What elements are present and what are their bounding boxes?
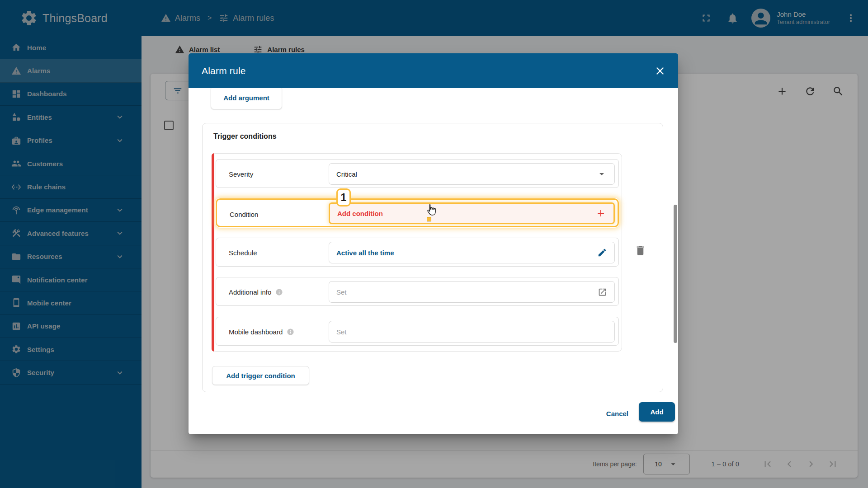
cursor-click-marker <box>427 217 431 221</box>
schedule-value: Active all the time <box>336 249 394 257</box>
add-button[interactable]: Add <box>639 402 675 422</box>
dialog-scrollbar[interactable] <box>674 205 677 343</box>
schedule-field[interactable]: Active all the time <box>329 242 615 263</box>
add-argument-button[interactable]: Add argument <box>211 86 282 109</box>
cancel-button[interactable]: Cancel <box>606 404 628 422</box>
severity-label: Severity <box>229 160 253 188</box>
mobile-dashboard-row: Mobile dashboard Set <box>216 317 619 346</box>
required-stripe <box>212 153 214 352</box>
add-condition-text: Add condition <box>337 210 383 217</box>
delete-trigger-condition-icon[interactable] <box>634 244 646 257</box>
mobile-dashboard-field[interactable]: Set <box>329 321 615 343</box>
plus-icon <box>595 208 606 219</box>
add-condition-button[interactable]: Add condition <box>329 202 615 224</box>
additional-info-row: Additional info Set <box>216 277 619 306</box>
mobile-dashboard-value: Set <box>336 328 347 336</box>
trigger-conditions-title: Trigger conditions <box>213 132 277 141</box>
edit-icon[interactable] <box>597 248 607 258</box>
trigger-conditions-panel: Trigger conditions Severity Critical Con… <box>202 123 663 392</box>
schedule-row: Schedule Active all the time <box>216 238 619 267</box>
severity-row: Severity Critical <box>216 159 619 188</box>
additional-info-value: Set <box>336 288 347 296</box>
add-trigger-condition-button[interactable]: Add trigger condition <box>212 366 309 385</box>
open-in-new-icon[interactable] <box>598 287 607 297</box>
info-icon <box>275 288 283 296</box>
mobile-dashboard-label: Mobile dashboard <box>229 328 283 336</box>
close-icon[interactable] <box>654 65 666 77</box>
dropdown-arrow-icon <box>596 169 607 179</box>
dialog-title: Alarm rule <box>202 66 654 76</box>
schedule-label: Schedule <box>229 238 257 267</box>
condition-row: Condition Add condition <box>216 198 619 227</box>
dialog-header: Alarm rule <box>189 53 678 88</box>
trigger-condition-card: Severity Critical Condition Add conditio… <box>212 153 622 352</box>
additional-info-field[interactable]: Set <box>329 281 615 303</box>
severity-value: Critical <box>336 170 357 178</box>
alarm-rule-dialog: Add argument Trigger conditions Severity… <box>189 53 678 434</box>
additional-info-label: Additional info <box>229 288 271 296</box>
info-icon <box>287 328 294 336</box>
dialog-footer: Cancel Add <box>189 393 678 434</box>
step-1-annotation-badge: 1 <box>336 188 351 206</box>
condition-label: Condition <box>230 200 258 229</box>
mouse-cursor-pointer <box>424 203 439 218</box>
severity-select[interactable]: Critical <box>329 163 615 185</box>
